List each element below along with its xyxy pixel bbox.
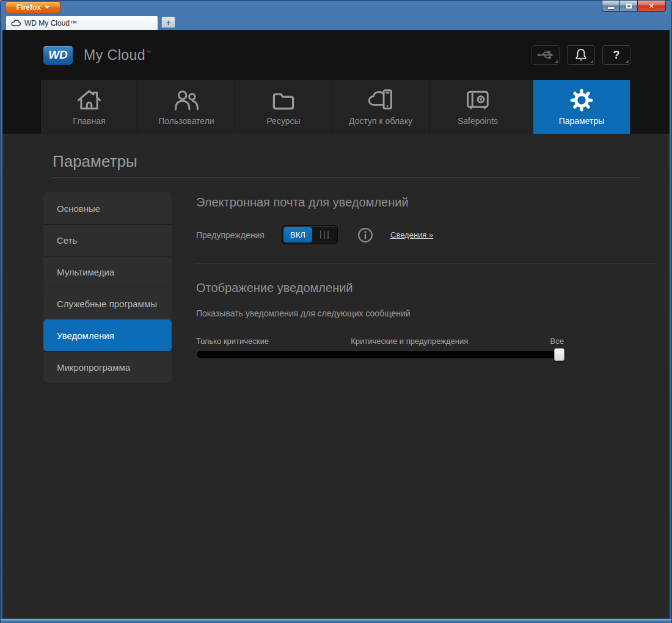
nav-tab-home[interactable]: Главная xyxy=(41,80,137,134)
new-tab-button[interactable]: + xyxy=(161,16,175,28)
site-header: WD My Cloud™ xyxy=(2,30,670,80)
close-button[interactable]: × xyxy=(638,1,666,12)
titlebar[interactable]: Firefox × xyxy=(1,1,671,14)
product-name: My Cloud™ xyxy=(84,47,152,64)
bell-icon xyxy=(573,48,589,62)
maximize-icon xyxy=(626,4,632,9)
firefox-menu-button[interactable]: Firefox xyxy=(5,1,60,13)
window-controls: × xyxy=(602,1,666,12)
details-link[interactable]: Сведения » xyxy=(390,230,433,239)
display-section-description: Показывать уведомления для следующих соо… xyxy=(196,308,654,318)
slider-thumb[interactable] xyxy=(554,348,564,361)
display-section-heading: Отображение уведомлений xyxy=(196,281,654,295)
sidebar-item-network[interactable]: Сеть xyxy=(43,224,172,256)
cloud-access-icon xyxy=(365,88,396,112)
gear-icon xyxy=(569,88,594,112)
section-divider xyxy=(196,263,654,264)
nav-tab-cloud-access[interactable]: Доступ к облаку xyxy=(332,80,429,134)
header-actions: ? xyxy=(531,45,630,65)
browser-window: Firefox × WD My Cloud™ + WD My Cloud™ xyxy=(0,0,672,623)
slider-track[interactable] xyxy=(196,350,564,359)
corner-notch-icon xyxy=(590,60,593,63)
nav-tab-shares[interactable]: Ресурсы xyxy=(235,80,332,134)
main-navigation: Главная Пользователи xyxy=(41,80,630,134)
notifications-panel: Электронная почта для уведомлений Предуп… xyxy=(196,192,654,383)
users-icon xyxy=(172,88,200,112)
nav-tab-label: Параметры xyxy=(559,116,605,126)
trademark: ™ xyxy=(145,49,152,56)
notification-level-slider-group: Только критические Критические и предупр… xyxy=(196,337,564,359)
wd-my-cloud-page: WD My Cloud™ xyxy=(2,30,670,619)
wd-logo: WD xyxy=(43,46,73,65)
nav-tab-users[interactable]: Пользователи xyxy=(137,80,235,134)
usb-icon xyxy=(536,48,555,62)
notification-level-slider[interactable] xyxy=(196,350,564,359)
nav-tab-safepoints[interactable]: Safepoints xyxy=(429,80,526,134)
browser-tab-bar: WD My Cloud™ + xyxy=(1,14,671,30)
alerts-toggle[interactable]: ВКЛ xyxy=(282,225,338,244)
safe-icon xyxy=(464,88,492,112)
slider-label-critical-only: Только критические xyxy=(196,337,269,346)
folder-icon xyxy=(269,88,298,112)
chevron-down-icon xyxy=(45,6,49,9)
alerts-toggle-row: Предупреждения ВКЛ Сведения » xyxy=(196,225,654,244)
home-icon xyxy=(75,88,103,112)
firefox-menu-label: Firefox xyxy=(16,3,41,12)
page-title: Параметры xyxy=(53,152,670,171)
brand: WD My Cloud™ xyxy=(43,46,152,65)
sidebar-item-firmware[interactable]: Микропрограмма xyxy=(43,351,172,383)
email-section-heading: Электронная почта для уведомлений xyxy=(196,195,654,209)
alerts-button[interactable] xyxy=(567,45,595,65)
sidebar-item-media[interactable]: Мультимедиа xyxy=(43,256,172,288)
maximize-button[interactable] xyxy=(620,1,638,12)
sidebar-item-notifications[interactable]: Уведомления xyxy=(43,319,172,351)
cloud-favicon-icon xyxy=(11,20,21,27)
slider-label-critical-warnings: Критические и предупреждения xyxy=(351,337,468,346)
nav-tab-label: Доступ к облаку xyxy=(349,116,412,126)
site-header-band: WD My Cloud™ xyxy=(2,30,670,134)
settings-body: Основные Сеть Мультимедиа Служебные прог… xyxy=(2,192,670,383)
toggle-grip-icon xyxy=(312,231,336,239)
info-icon xyxy=(357,227,373,243)
minimize-button[interactable] xyxy=(602,1,620,12)
title-divider xyxy=(53,177,639,178)
sidebar-item-general[interactable]: Основные xyxy=(43,192,172,224)
close-icon: × xyxy=(649,2,654,10)
settings-sidebar: Основные Сеть Мультимедиа Служебные прог… xyxy=(43,192,172,383)
nav-tab-settings[interactable]: Параметры xyxy=(533,80,630,134)
browser-tab[interactable]: WD My Cloud™ xyxy=(5,15,158,30)
help-button[interactable]: ? xyxy=(602,45,630,65)
minimize-icon xyxy=(608,7,614,9)
sidebar-item-utilities[interactable]: Служебные программы xyxy=(43,288,172,319)
usb-button[interactable] xyxy=(531,45,560,65)
question-mark-icon: ? xyxy=(613,49,620,62)
corner-notch-icon xyxy=(555,60,558,63)
nav-tab-label: Пользователи xyxy=(158,116,214,126)
corner-notch-icon xyxy=(626,60,629,63)
toggle-on-state: ВКЛ xyxy=(283,227,312,242)
slider-label-all: Все xyxy=(550,337,564,346)
nav-tab-label: Главная xyxy=(73,116,105,126)
info-button[interactable] xyxy=(357,227,373,243)
nav-tab-label: Ресурсы xyxy=(266,116,300,126)
nav-tab-label: Safepoints xyxy=(458,116,498,126)
toggle-label: Предупреждения xyxy=(196,230,282,240)
browser-tab-title: WD My Cloud™ xyxy=(24,19,77,27)
slider-labels: Только критические Критические и предупр… xyxy=(196,337,564,346)
